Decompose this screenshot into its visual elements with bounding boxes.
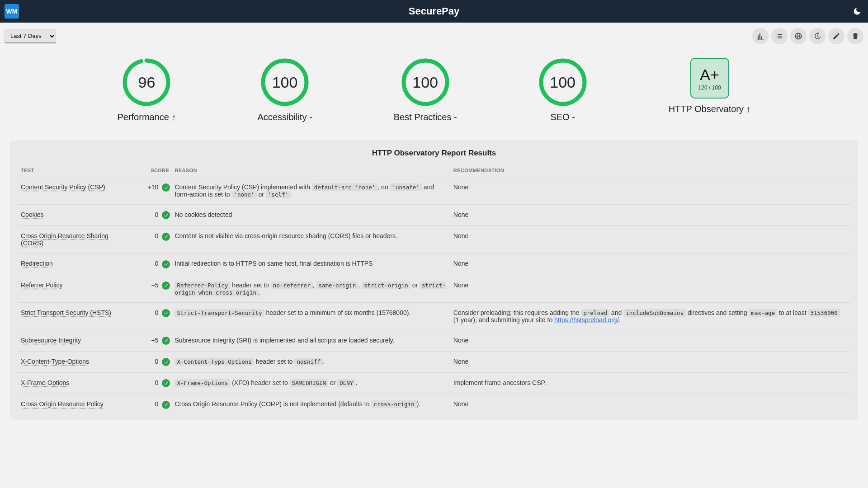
row-score: 0 [155,400,159,408]
time-range-select[interactable]: Last 7 DaysLast 30 DaysLast 90 Days [5,29,56,43]
text-token: header set to [254,358,295,365]
recommendation-cell: None [451,330,850,351]
text-token: None [453,183,468,191]
history-icon [813,32,821,40]
recommendation-cell: None [451,394,850,415]
table-row: X-Frame-Options0X-Frame-Options (XFO) he… [18,373,850,394]
chart-button[interactable] [752,28,769,44]
table-row: Subresource Integrity+5Subresource Integ… [18,330,850,351]
delete-icon [851,32,859,40]
text-token: (1 year), and submitting your site to [453,316,554,324]
report-table: TESTSCOREREASONRECOMMENDATION Content Se… [18,164,850,415]
code-token: preload [581,309,609,317]
test-name-link[interactable]: X-Frame-Options [21,379,69,386]
rec-link[interactable]: https://hstspreload.org/ [554,316,618,324]
observatory-label: HTTP Observatory ↑ [669,104,751,114]
code-token: Strict-Transport-Security [175,309,264,317]
col-header: TEST [18,164,135,177]
test-name-link[interactable]: Strict Transport Security (HSTS) [21,309,111,316]
delete-button[interactable] [847,28,863,44]
text-token: . [323,358,325,365]
theme-toggle-button[interactable] [851,5,863,18]
row-score: 0 [155,232,159,239]
row-score: +5 [151,282,158,289]
score-card-2[interactable]: 100Best Practices - [394,58,457,122]
recommendation-cell: Implement frame-ancestors CSP. [451,373,850,394]
test-name-link[interactable]: Subresource Integrity [21,337,81,344]
code-token: 'unsafe' [390,183,422,191]
score-label: Best Practices - [394,112,457,122]
reason-cell: No cookies detected [172,205,450,226]
test-name-link[interactable]: Content Security Policy (CSP) [21,183,105,191]
table-row: Cross Origin Resource Policy0Cross Origi… [18,394,850,415]
test-name-link[interactable]: Redirection [21,260,53,267]
test-name-link[interactable]: Cookies [21,211,44,218]
text-token: None [453,358,468,365]
col-header: SCORE [135,164,172,177]
check-icon [162,358,170,366]
reason-cell: Content Security Policy (CSP) implemente… [172,177,450,205]
list-icon [775,32,783,40]
test-name-link[interactable]: X-Content-Type-Options [21,358,89,365]
row-score: 0 [155,379,159,386]
score-value: 96 [122,58,171,107]
score-ring: 100 [401,58,450,107]
check-icon [162,233,170,241]
test-name-link[interactable]: Cross Origin Resource Sharing (CORS) [21,232,108,247]
app-title: SecurePay [409,5,460,17]
recommendation-cell: None [451,275,850,302]
globe-icon [794,32,802,40]
history-button[interactable] [809,28,826,44]
text-token: . [619,316,621,324]
score-row: 96Performance ↑100Accessibility -100Best… [0,44,868,141]
score-card-3[interactable]: 100SEO - [538,58,587,122]
row-score: 0 [155,211,159,218]
reason-cell: Content is not visible via cross-origin … [172,226,450,253]
test-name-link[interactable]: Referrer Policy [21,282,63,289]
test-name-link[interactable]: Cross Origin Resource Policy [21,400,104,408]
app-logo: WM [5,4,19,19]
reason-cell: Strict-Transport-Security header set to … [172,302,450,330]
row-score: +10 [148,183,159,191]
text-token: header set to [230,282,271,289]
moon-icon [853,7,862,16]
observatory-card[interactable]: A+120 / 100HTTP Observatory ↑ [669,58,751,122]
reason-cell: Cross Origin Resource Policy (CORP) is n… [172,394,450,415]
table-row: X-Content-Type-Options0X-Content-Type-Op… [18,351,850,372]
grade-box: A+120 / 100 [690,58,729,99]
controls-row: Last 7 DaysLast 30 DaysLast 90 Days [0,23,868,44]
globe-button[interactable] [790,28,807,44]
list-button[interactable] [771,28,788,44]
topbar: WM SecurePay [0,0,868,23]
score-value: 100 [260,58,309,107]
recommendation-cell: None [451,177,850,205]
text-token: Cross Origin Resource Policy (CORP) is n… [175,400,371,408]
text-token: (XFO) header set to [230,379,290,386]
edit-button[interactable] [828,28,844,44]
score-card-1[interactable]: 100Accessibility - [257,58,312,122]
code-token: same-origin [316,282,358,289]
check-icon [162,211,170,219]
text-token: None [453,337,468,344]
text-token: Implement frame-ancestors CSP. [453,379,546,386]
score-label: Performance ↑ [117,112,176,122]
code-token: DENY [337,379,355,387]
text-token: directives and setting [686,309,749,316]
check-icon [162,260,170,268]
recommendation-cell: None [451,253,850,275]
score-label: SEO - [550,112,575,122]
code-token: default-src 'none' [312,183,377,191]
recommendation-cell: None [451,351,850,372]
score-card-0[interactable]: 96Performance ↑ [117,58,176,122]
recommendation-cell: None [451,205,850,226]
text-token: None [453,282,468,289]
text-token: None [453,211,468,218]
text-token: Content Security Policy (CSP) implemente… [175,183,311,191]
text-token: Initial redirection is to HTTPS on same … [175,260,373,267]
text-token: and [609,309,623,316]
code-token: includeSubDomains [623,309,686,317]
reason-cell: Subresource Integrity (SRI) is implement… [172,330,450,351]
chart-icon [756,32,764,40]
check-icon [162,183,170,192]
score-ring: 100 [538,58,587,107]
